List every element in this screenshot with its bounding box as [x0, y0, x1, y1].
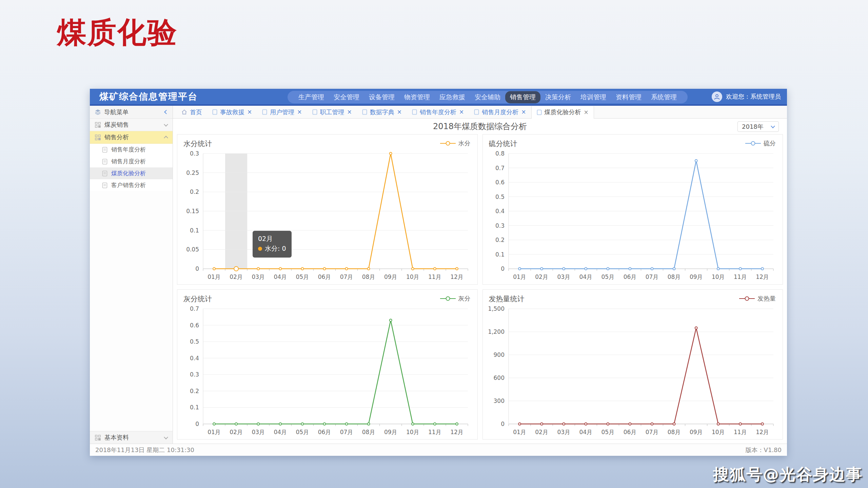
chart-title: 发热量统计: [489, 294, 525, 304]
sidebar: 导航菜单 煤炭销售: [90, 106, 173, 444]
tab-close-icon[interactable]: ×: [247, 109, 252, 115]
svg-text:0.6: 0.6: [495, 179, 504, 186]
year-select[interactable]: 2018年: [737, 121, 779, 132]
tab-icon: [312, 109, 317, 115]
tab[interactable]: 煤质化验分析 ×: [531, 106, 594, 119]
tab-icon: [412, 109, 417, 115]
tab-close-icon[interactable]: ×: [297, 109, 302, 115]
nav-item[interactable]: 安全辅助: [470, 91, 505, 103]
svg-text:02月: 02月: [230, 429, 243, 435]
page-title: 煤质化验: [57, 13, 178, 53]
svg-text:300: 300: [493, 398, 504, 404]
svg-text:11月: 11月: [734, 429, 747, 435]
tab-close-icon[interactable]: ×: [397, 109, 402, 115]
nav-item[interactable]: 安全管理: [329, 91, 364, 103]
year-select-value: 2018年: [742, 123, 764, 131]
tab[interactable]: 首页: [176, 106, 207, 118]
sidebar-item[interactable]: 销售月度分析: [90, 156, 173, 167]
sidebar-collapse-icon[interactable]: [164, 110, 169, 114]
svg-text:0.1: 0.1: [495, 251, 504, 258]
top-nav: 生产管理 安全管理 设备管理 物资管理 应急救援 安全辅助 销售管理 决策分析: [288, 91, 688, 103]
tab-icon: [212, 109, 217, 115]
file-icon: [312, 109, 317, 115]
tab-label: 用户管理: [270, 108, 294, 116]
sulfur-chart: 00.10.20.30.40.50.60.70.801月02月03月04月05月…: [483, 135, 783, 284]
svg-text:02月: 02月: [535, 273, 548, 280]
svg-text:0.1: 0.1: [190, 227, 199, 234]
nav-item[interactable]: 销售管理: [505, 91, 540, 103]
svg-text:01月: 01月: [513, 273, 526, 280]
tab-close-icon[interactable]: ×: [584, 109, 589, 115]
chart-legend[interactable]: 发热量: [739, 294, 776, 303]
user-area[interactable]: 欢迎您：系统管理员: [712, 89, 781, 104]
svg-text:06月: 06月: [318, 429, 331, 435]
svg-text:12月: 12月: [450, 273, 463, 280]
svg-text:0.1: 0.1: [190, 404, 199, 411]
sidebar-spacer: [90, 191, 173, 431]
home-icon: [181, 109, 187, 115]
svg-text:0.25: 0.25: [186, 169, 199, 176]
nav-item[interactable]: 决策分析: [540, 91, 576, 103]
nav-item[interactable]: 设备管理: [364, 91, 399, 103]
svg-text:06月: 06月: [623, 273, 636, 280]
file-icon: [212, 109, 217, 115]
svg-text:1,500: 1,500: [488, 305, 505, 312]
tab[interactable]: 事故救援 ×: [207, 106, 257, 118]
tab-label: 数据字典: [370, 108, 394, 116]
chart-legend[interactable]: 硫分: [745, 139, 776, 147]
legend-marker-icon: [745, 141, 761, 146]
sidebar-item[interactable]: 煤质化验分析: [90, 167, 173, 179]
ash-chart: 00.10.20.30.40.50.60.701月02月03月04月05月06月…: [177, 290, 477, 440]
tab-close-icon[interactable]: ×: [459, 109, 464, 115]
nav-item[interactable]: 生产管理: [294, 91, 329, 103]
nav-item[interactable]: 应急救援: [435, 91, 470, 103]
chart-legend[interactable]: 水分: [440, 139, 471, 147]
svg-text:02月: 02月: [230, 273, 243, 280]
chart-panel-sulfur: 硫分统计 硫分 00.10.20.30.40.50.60.70.801月02月0…: [482, 134, 783, 285]
nav-item[interactable]: 系统管理: [646, 91, 682, 103]
svg-text:12月: 12月: [756, 273, 769, 280]
svg-text:10月: 10月: [711, 273, 725, 280]
sidebar-group-basic-info[interactable]: 基本资料: [90, 431, 173, 444]
svg-text:08月: 08月: [362, 273, 375, 280]
chart-legend[interactable]: 灰分: [440, 294, 471, 303]
nav-item[interactable]: 资料管理: [611, 91, 646, 103]
legend-label: 硫分: [764, 139, 776, 147]
document-icon: [102, 147, 107, 153]
sidebar-group[interactable]: 销售分析: [90, 131, 173, 144]
svg-text:0: 0: [501, 421, 505, 427]
chart-panel-ash: 灰分统计 灰分 00.10.20.30.40.50.60.701月02月03月0…: [177, 289, 478, 440]
tab-close-icon[interactable]: ×: [347, 109, 352, 115]
sidebar-group[interactable]: 煤炭销售: [90, 119, 173, 131]
tab-icon: [262, 109, 267, 115]
tab[interactable]: 销售年度分析 ×: [407, 106, 469, 118]
tab[interactable]: 职工管理 ×: [307, 106, 357, 118]
tab[interactable]: 数据字典 ×: [357, 106, 407, 118]
nav-item[interactable]: 培训管理: [576, 91, 611, 103]
main-row: 导航菜单 煤炭销售: [90, 106, 787, 444]
tooltip-value-row: 水分: 0: [258, 244, 286, 253]
svg-text:05月: 05月: [601, 429, 614, 435]
nav-item[interactable]: 物资管理: [399, 91, 435, 103]
tab-icon: [537, 109, 542, 115]
svg-text:0.8: 0.8: [495, 150, 504, 157]
tab[interactable]: 用户管理 ×: [257, 106, 307, 118]
tab[interactable]: 销售月度分析 ×: [469, 106, 531, 118]
nav-item-label: 培训管理: [580, 93, 606, 101]
sidebar-item-label: 客户销售分析: [111, 181, 146, 189]
svg-text:0.5: 0.5: [190, 338, 199, 345]
content-title-bar: 2018年煤质数据综合分析 2018年: [177, 119, 783, 134]
chart-title: 灰分统计: [183, 294, 212, 304]
tab-icon: [181, 109, 187, 115]
status-datetime: 2018年11月13日 星期二 10:31:30: [95, 446, 194, 454]
tab-close-icon[interactable]: ×: [521, 109, 526, 115]
sidebar-item[interactable]: 销售年度分析: [90, 144, 173, 156]
tab-label: 煤质化验分析: [545, 108, 581, 116]
person-icon: [713, 93, 721, 100]
svg-text:07月: 07月: [340, 273, 353, 280]
sidebar-group-label: 销售分析: [104, 133, 129, 141]
sidebar-item-label: 销售月度分析: [111, 158, 146, 165]
svg-text:0.4: 0.4: [495, 208, 504, 215]
sidebar-item[interactable]: 客户销售分析: [90, 179, 173, 191]
chevron-down-icon: [771, 124, 775, 128]
